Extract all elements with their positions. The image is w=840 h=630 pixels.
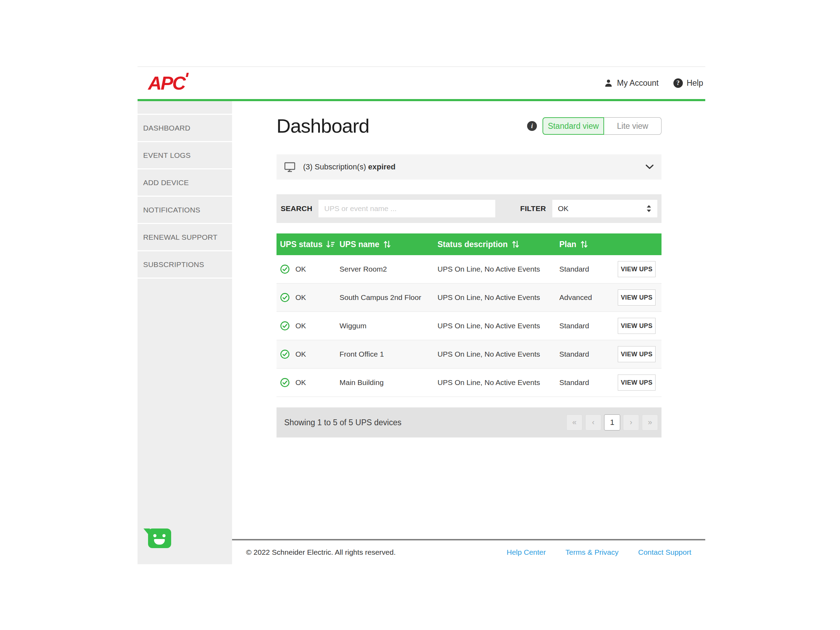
footer-links: Help Center Terms & Privacy Contact Supp…	[507, 548, 691, 556]
filter-select[interactable]: OK	[552, 200, 657, 217]
sidebar-top-strip	[137, 101, 232, 114]
ups-status-cell: OK	[276, 293, 339, 302]
sidebar-item[interactable]: EVENT LOGS	[137, 142, 232, 168]
page-number-button[interactable]: 1	[604, 414, 620, 431]
pagination-controls: « ‹ 1 › »	[566, 414, 658, 431]
my-account-label: My Account	[617, 78, 659, 88]
sidebar-item[interactable]: DASHBOARD	[137, 115, 232, 141]
sidebar-item-label: SUBSCRIPTIONS	[143, 261, 204, 269]
help-menu[interactable]: ? Help	[673, 78, 703, 88]
sidebar-filler	[137, 279, 232, 564]
standard-view-button[interactable]: Standard view	[543, 117, 604, 135]
status-description-cell: UPS On Line, No Active Events	[437, 350, 559, 358]
copyright-text: © 2022 Schneider Electric. All rights re…	[246, 548, 396, 556]
chat-widget-button[interactable]	[148, 529, 171, 548]
sidebar-item-label: RENEWAL SUPPORT	[143, 233, 217, 242]
view-ups-button[interactable]: VIEW UPS	[618, 374, 655, 391]
sidebar-item[interactable]: RENEWAL SUPPORT	[137, 224, 232, 250]
main-area: Dashboard i Standard view Lite view	[232, 101, 705, 564]
sidebar-item[interactable]: SUBSCRIPTIONS	[137, 251, 232, 278]
ups-status-text: OK	[295, 293, 306, 302]
ups-table: UPS status UPS name Status	[276, 234, 662, 397]
top-header: APC My Account ? Help	[137, 67, 705, 99]
ups-name-cell: Main Building	[339, 378, 437, 387]
ups-name-cell: Front Office 1	[339, 350, 437, 358]
sidebar: DASHBOARD EVENT LOGS ADD DEVICE NOTIFICA…	[137, 101, 232, 564]
terms-privacy-link[interactable]: Terms & Privacy	[565, 548, 619, 556]
chat-smiley-mouth	[154, 539, 165, 545]
search-filter-bar: SEARCH FILTER OK	[276, 194, 662, 223]
page: APC My Account ? Help DASHBOARD	[137, 66, 705, 564]
sidebar-item-label: NOTIFICATIONS	[143, 206, 200, 214]
status-description-cell: UPS On Line, No Active Events	[437, 265, 559, 273]
my-account-menu[interactable]: My Account	[604, 78, 659, 88]
action-cell: VIEW UPS	[618, 346, 662, 362]
sidebar-item[interactable]: NOTIFICATIONS	[137, 197, 232, 223]
status-ok-icon	[280, 349, 290, 359]
plan-cell: Standard	[559, 265, 618, 273]
table-row: OK Server Room2 UPS On Line, No Active E…	[276, 255, 662, 284]
logo-trademark-mark	[186, 73, 189, 77]
table-row: OK Wiggum UPS On Line, No Active Events …	[276, 312, 662, 340]
filter-label: FILTER	[520, 204, 546, 213]
sidebar-item[interactable]: ADD DEVICE	[137, 169, 232, 196]
view-ups-button[interactable]: VIEW UPS	[618, 261, 655, 277]
status-ok-icon	[280, 264, 290, 274]
sort-updown-icon	[383, 240, 391, 248]
plan-cell: Standard	[559, 322, 618, 330]
title-row: Dashboard i Standard view Lite view	[276, 115, 662, 137]
column-header-plan[interactable]: Plan	[559, 240, 618, 249]
status-description-cell: UPS On Line, No Active Events	[437, 293, 559, 302]
table-row: OK Main Building UPS On Line, No Active …	[276, 369, 662, 397]
view-ups-button[interactable]: VIEW UPS	[618, 346, 655, 362]
sort-desc-icon	[326, 240, 335, 248]
column-header-status-description[interactable]: Status description	[437, 240, 559, 249]
column-header-ups-status[interactable]: UPS status	[276, 240, 339, 249]
search-label: SEARCH	[281, 204, 312, 213]
table-body: OK Server Room2 UPS On Line, No Active E…	[276, 255, 662, 397]
status-ok-icon	[280, 293, 290, 302]
first-page-button[interactable]: «	[566, 414, 583, 431]
user-icon	[604, 78, 613, 88]
chat-smiley-eye	[163, 534, 166, 537]
status-description-cell: UPS On Line, No Active Events	[437, 322, 559, 330]
plan-cell: Advanced	[559, 293, 618, 302]
sidebar-item-label: ADD DEVICE	[143, 178, 189, 187]
page-footer: © 2022 Schneider Electric. All rights re…	[232, 539, 705, 564]
lite-view-button[interactable]: Lite view	[604, 117, 662, 135]
page-title: Dashboard	[276, 115, 369, 137]
contact-support-link[interactable]: Contact Support	[638, 548, 691, 556]
search-input[interactable]	[319, 200, 495, 217]
table-header-row: UPS status UPS name Status	[276, 234, 662, 255]
sidebar-item-label: EVENT LOGS	[143, 151, 191, 159]
help-center-link[interactable]: Help Center	[507, 548, 546, 556]
sidebar-item-label: DASHBOARD	[143, 124, 190, 132]
view-ups-button[interactable]: VIEW UPS	[618, 318, 655, 334]
status-ok-icon	[280, 321, 290, 331]
header-actions: My Account ? Help	[604, 78, 703, 88]
chevron-down-icon[interactable]	[646, 164, 654, 169]
action-cell: VIEW UPS	[618, 261, 662, 277]
ups-status-cell: OK	[276, 321, 339, 331]
ups-status-text: OK	[295, 378, 306, 387]
ups-status-cell: OK	[276, 264, 339, 274]
ups-name-cell: Wiggum	[339, 322, 437, 330]
ups-name-cell: Server Room2	[339, 265, 437, 273]
ups-status-cell: OK	[276, 377, 339, 387]
plan-cell: Standard	[559, 378, 618, 387]
view-ups-button[interactable]: VIEW UPS	[618, 289, 655, 306]
info-icon[interactable]: i	[527, 121, 537, 131]
previous-page-button[interactable]: ‹	[585, 414, 601, 431]
apc-logo[interactable]: APC	[148, 74, 185, 92]
column-header-ups-name[interactable]: UPS name	[339, 240, 437, 249]
table-row: OK South Campus 2nd Floor UPS On Line, N…	[276, 284, 662, 312]
last-page-button[interactable]: »	[642, 414, 658, 431]
ups-status-text: OK	[295, 322, 306, 330]
action-cell: VIEW UPS	[618, 318, 662, 334]
chat-smiley-eye	[153, 534, 156, 537]
ups-status-text: OK	[295, 350, 306, 358]
subscription-expired-banner[interactable]: (3) Subscription(s)expired	[276, 154, 662, 180]
sort-updown-icon	[512, 240, 520, 248]
select-arrows-icon	[646, 204, 652, 213]
next-page-button[interactable]: ›	[623, 414, 639, 431]
